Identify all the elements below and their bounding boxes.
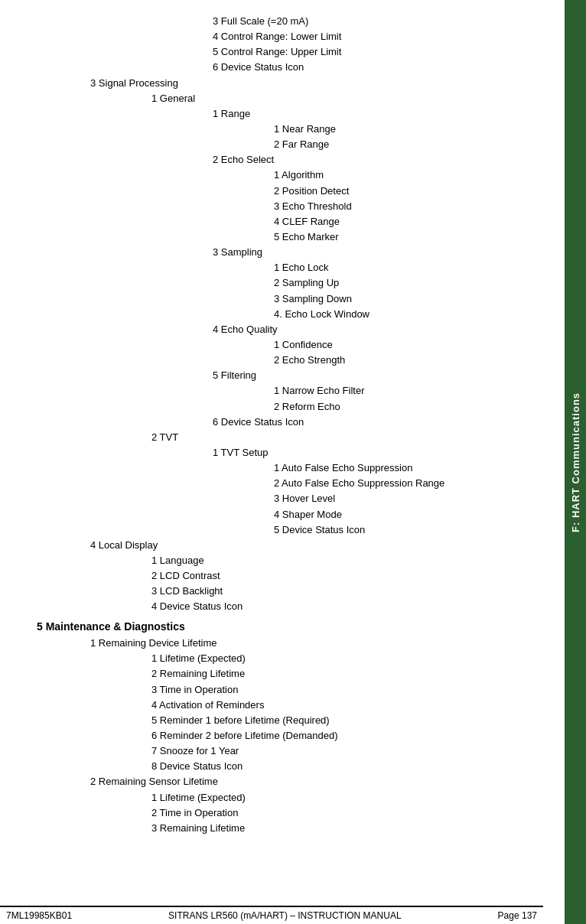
list-item: 2 Sampling Up — [14, 275, 551, 291]
list-item: 3 Echo Threshold — [14, 199, 551, 214]
list-item: 6 Device Status Icon — [14, 60, 551, 75]
list-item: 2 Remaining Sensor Lifetime — [14, 774, 551, 789]
list-item: 2 Reform Echo — [14, 399, 551, 415]
list-item: 6 Device Status Icon — [14, 415, 551, 430]
list-item: 5 Echo Marker — [14, 229, 551, 245]
list-item: 5 Filtering — [14, 368, 551, 383]
list-item: 3 LCD Backlight — [14, 584, 551, 599]
list-item: 2 Auto False Echo Suppression Range — [14, 476, 551, 491]
list-item: 4. Echo Lock Window — [14, 307, 551, 322]
list-item: 1 Narrow Echo Filter — [14, 383, 551, 399]
list-item: 4 CLEF Range — [14, 214, 551, 229]
list-item: 1 Auto False Echo Suppression — [14, 460, 551, 476]
list-item: 7 Snooze for 1 Year — [14, 743, 551, 759]
list-item: 1 General — [14, 91, 551, 106]
list-item: 2 TVT — [14, 430, 551, 445]
list-item: 1 Language — [14, 553, 551, 568]
footer-middle: SITRANS LR560 (mA/HART) – INSTRUCTION MA… — [168, 910, 402, 921]
side-tab: F: HART Communications — [565, 0, 586, 924]
list-item: 1 Range — [14, 106, 551, 122]
list-item: 1 Near Range — [14, 122, 551, 137]
side-tab-label: F: HART Communications — [570, 392, 581, 532]
list-item: 3 Signal Processing — [14, 76, 551, 91]
list-item: 3 Sampling — [14, 245, 551, 260]
list-item: 4 Device Status Icon — [14, 599, 551, 614]
list-item: 2 Remaining Lifetime — [14, 666, 551, 682]
list-item: 2 Echo Strength — [14, 353, 551, 368]
list-item: 3 Hover Level — [14, 491, 551, 506]
content-area: 3 Full Scale (=20 mA)4 Control Range: Lo… — [8, 8, 557, 874]
list-item: 1 Echo Lock — [14, 260, 551, 275]
list-item: 5 Device Status Icon — [14, 522, 551, 538]
list-item: 4 Echo Quality — [14, 322, 551, 337]
list-item: 2 Far Range — [14, 137, 551, 152]
footer-left: 7ML19985KB01 — [6, 910, 72, 921]
list-item: 2 Echo Select — [14, 152, 551, 168]
list-item: 2 Position Detect — [14, 184, 551, 199]
list-item: 1 Remaining Device Lifetime — [14, 636, 551, 651]
list-item: 3 Remaining Lifetime — [14, 821, 551, 836]
list-item: 1 TVT Setup — [14, 445, 551, 460]
main-content: 3 Full Scale (=20 mA)4 Control Range: Lo… — [0, 0, 565, 924]
list-item: 2 LCD Contrast — [14, 568, 551, 584]
list-item: 6 Reminder 2 before Lifetime (Demanded) — [14, 728, 551, 743]
list-item: 4 Activation of Reminders — [14, 698, 551, 713]
list-item: 3 Full Scale (=20 mA) — [14, 14, 551, 29]
list-item: 4 Local Display — [14, 538, 551, 553]
footer: 7ML19985KB01 SITRANS LR560 (mA/HART) – I… — [0, 906, 543, 924]
list-item: 1 Lifetime (Expected) — [14, 790, 551, 805]
list-item: 8 Device Status Icon — [14, 759, 551, 774]
list-item: 5 Control Range: Upper Limit — [14, 44, 551, 60]
list-item: 5 Maintenance & Diagnostics — [14, 619, 551, 636]
list-item: 4 Control Range: Lower Limit — [14, 29, 551, 44]
list-item: 3 Time in Operation — [14, 682, 551, 698]
list-item: 1 Algorithm — [14, 168, 551, 183]
page-wrapper: 3 Full Scale (=20 mA)4 Control Range: Lo… — [0, 0, 586, 924]
list-item: 1 Lifetime (Expected) — [14, 651, 551, 666]
list-item: 2 Time in Operation — [14, 805, 551, 821]
list-item: 3 Sampling Down — [14, 291, 551, 307]
list-item: 1 Confidence — [14, 337, 551, 353]
footer-right: Page 137 — [498, 910, 537, 921]
list-item: 4 Shaper Mode — [14, 507, 551, 522]
list-item: 5 Reminder 1 before Lifetime (Required) — [14, 713, 551, 728]
